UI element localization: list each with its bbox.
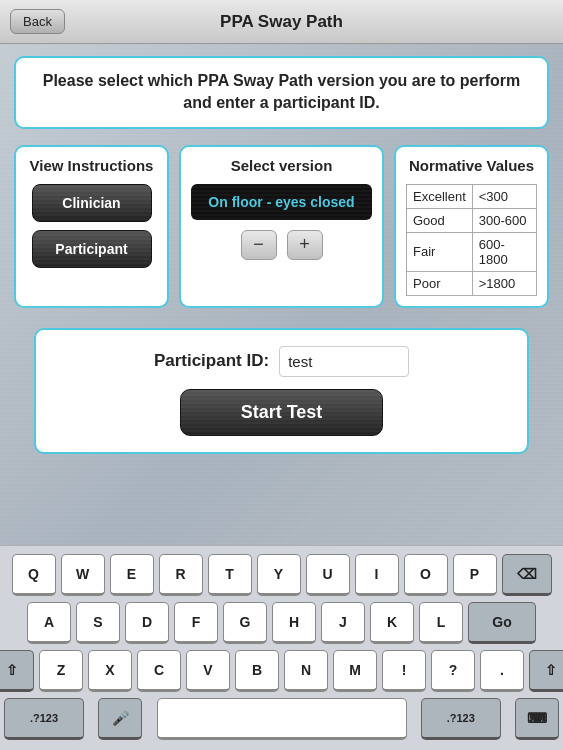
key-delete[interactable]: ⌫ <box>502 554 552 596</box>
key-y[interactable]: Y <box>257 554 301 596</box>
key-i[interactable]: I <box>355 554 399 596</box>
page-title: PPA Sway Path <box>220 12 343 32</box>
norm-value: >1800 <box>472 271 536 295</box>
norm-value: <300 <box>472 184 536 208</box>
key-h[interactable]: H <box>272 602 316 644</box>
key-r[interactable]: R <box>159 554 203 596</box>
key-t[interactable]: T <box>208 554 252 596</box>
norm-label: Fair <box>407 232 473 271</box>
normative-table: Excellent<300Good300-600Fair600-1800Poor… <box>406 184 537 296</box>
norm-label: Excellent <box>407 184 473 208</box>
key-o[interactable]: O <box>404 554 448 596</box>
keyboard-row-1: Q W E R T Y U I O P ⌫ <box>4 554 559 596</box>
key-numbers-right[interactable]: .?123 <box>421 698 501 740</box>
key-keyboard[interactable]: ⌨ <box>515 698 559 740</box>
keyboard: Q W E R T Y U I O P ⌫ A S D F G H J K L … <box>0 545 563 750</box>
key-exclaim[interactable]: ! <box>382 650 426 692</box>
key-go[interactable]: Go <box>468 602 536 644</box>
back-button[interactable]: Back <box>10 9 65 34</box>
key-question[interactable]: ? <box>431 650 475 692</box>
select-version-panel: Select version On floor - eyes closed − … <box>179 145 384 308</box>
normative-values-title: Normative Values <box>406 157 537 174</box>
key-p[interactable]: P <box>453 554 497 596</box>
participant-id-input[interactable] <box>279 346 409 377</box>
select-version-title: Select version <box>231 157 333 174</box>
keyboard-row-2: A S D F G H J K L Go <box>4 602 559 644</box>
participant-button[interactable]: Participant <box>32 230 152 268</box>
increment-button[interactable]: + <box>287 230 323 260</box>
participant-row: Participant ID: <box>154 346 409 377</box>
view-instructions-panel: View Instructions Clinician Participant <box>14 145 169 308</box>
version-display: On floor - eyes closed <box>191 184 372 220</box>
participant-area: Participant ID: Start Test <box>34 328 529 454</box>
key-j[interactable]: J <box>321 602 365 644</box>
key-d[interactable]: D <box>125 602 169 644</box>
key-space[interactable] <box>157 698 407 740</box>
key-mic[interactable]: 🎤 <box>98 698 142 740</box>
norm-value: 300-600 <box>472 208 536 232</box>
participant-id-label: Participant ID: <box>154 351 269 371</box>
key-w[interactable]: W <box>61 554 105 596</box>
key-e[interactable]: E <box>110 554 154 596</box>
key-k[interactable]: K <box>370 602 414 644</box>
key-q[interactable]: Q <box>12 554 56 596</box>
panels-row: View Instructions Clinician Participant … <box>14 145 549 308</box>
key-b[interactable]: B <box>235 650 279 692</box>
top-bar: Back PPA Sway Path <box>0 0 563 44</box>
key-g[interactable]: G <box>223 602 267 644</box>
view-instructions-title: View Instructions <box>30 157 154 174</box>
key-shift-right[interactable]: ⇧ <box>529 650 563 692</box>
instruction-banner: Please select which PPA Sway Path versio… <box>14 56 549 129</box>
key-period[interactable]: . <box>480 650 524 692</box>
key-z[interactable]: Z <box>39 650 83 692</box>
clinician-button[interactable]: Clinician <box>32 184 152 222</box>
normative-values-panel: Normative Values Excellent<300Good300-60… <box>394 145 549 308</box>
key-m[interactable]: M <box>333 650 377 692</box>
keyboard-row-bottom: .?123 🎤 .?123 ⌨ <box>4 698 559 740</box>
start-test-button[interactable]: Start Test <box>180 389 384 436</box>
key-n[interactable]: N <box>284 650 328 692</box>
key-f[interactable]: F <box>174 602 218 644</box>
norm-value: 600-1800 <box>472 232 536 271</box>
key-shift-left[interactable]: ⇧ <box>0 650 34 692</box>
key-numbers-left[interactable]: .?123 <box>4 698 84 740</box>
key-v[interactable]: V <box>186 650 230 692</box>
decrement-button[interactable]: − <box>241 230 277 260</box>
norm-label: Poor <box>407 271 473 295</box>
norm-label: Good <box>407 208 473 232</box>
instruction-text: Please select which PPA Sway Path versio… <box>36 70 527 115</box>
main-content: Please select which PPA Sway Path versio… <box>0 44 563 466</box>
key-x[interactable]: X <box>88 650 132 692</box>
keyboard-row-3: ⇧ Z X C V B N M ! ? . ⇧ <box>4 650 559 692</box>
key-u[interactable]: U <box>306 554 350 596</box>
key-c[interactable]: C <box>137 650 181 692</box>
key-l[interactable]: L <box>419 602 463 644</box>
stepper-row: − + <box>241 230 323 260</box>
key-a[interactable]: A <box>27 602 71 644</box>
key-s[interactable]: S <box>76 602 120 644</box>
